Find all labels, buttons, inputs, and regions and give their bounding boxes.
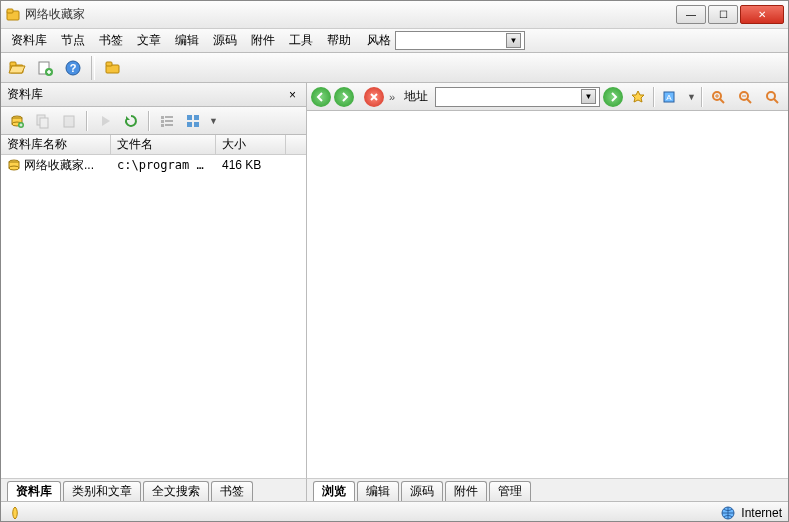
titlebar: 网络收藏家 — ☐ ✕ [1, 1, 788, 29]
tab-bookmark[interactable]: 书签 [211, 481, 253, 501]
window-title: 网络收藏家 [25, 6, 676, 23]
col-file[interactable]: 文件名 [111, 135, 216, 154]
database-table: 资料库名称 文件名 大小 网络收藏家... c:\program ... 416… [1, 135, 306, 478]
svg-rect-25 [187, 122, 192, 127]
svg-point-29 [9, 166, 19, 170]
left-toolbar: ▼ [1, 107, 306, 135]
browser-view[interactable] [307, 111, 788, 478]
tab-edit[interactable]: 编辑 [357, 481, 399, 501]
menu-article[interactable]: 文章 [131, 30, 167, 51]
svg-rect-9 [106, 62, 112, 66]
left-panel-header: 资料库 × [1, 83, 306, 107]
play-button[interactable] [93, 109, 117, 133]
svg-rect-19 [161, 124, 164, 127]
svg-rect-20 [165, 116, 173, 118]
menu-node[interactable]: 节点 [55, 30, 91, 51]
new-button[interactable] [33, 56, 57, 80]
database-icon [7, 158, 21, 172]
address-label: 地址 [400, 88, 432, 105]
table-row[interactable]: 网络收藏家... c:\program ... 416 KB [1, 155, 306, 175]
panel-close-button[interactable]: × [285, 88, 300, 102]
tab-attachment[interactable]: 附件 [445, 481, 487, 501]
toolbar-separator [653, 87, 655, 107]
chevron-down-icon[interactable]: ▼ [685, 92, 698, 102]
tab-fulltext[interactable]: 全文搜索 [143, 481, 209, 501]
menu-bookmark[interactable]: 书签 [93, 30, 129, 51]
forward-button[interactable] [334, 87, 354, 107]
row-size: 416 KB [216, 156, 286, 174]
row-file: c:\program ... [111, 156, 216, 174]
tab-manage[interactable]: 管理 [489, 481, 531, 501]
encoding-button[interactable]: A [658, 85, 682, 109]
stop-button[interactable] [364, 87, 384, 107]
zoom-in-button[interactable] [706, 85, 730, 109]
body: 资料库 × ▼ 资料库名称 文件名 大小 网络收藏家... [1, 83, 788, 478]
style-label: 风格 [367, 32, 391, 49]
svg-text:A: A [666, 93, 672, 102]
go-button[interactable] [603, 87, 623, 107]
address-bar: » 地址 ▼ A ▼ [307, 83, 788, 111]
menu-tools[interactable]: 工具 [283, 30, 319, 51]
help-button[interactable]: ? [61, 56, 85, 80]
folder-button[interactable] [101, 56, 125, 80]
menu-source[interactable]: 源码 [207, 30, 243, 51]
left-panel-title: 资料库 [7, 86, 285, 103]
tab-category[interactable]: 类别和文章 [63, 481, 141, 501]
chevron-down-icon: ▼ [506, 33, 521, 48]
paste-db-button[interactable] [57, 109, 81, 133]
app-icon [5, 7, 21, 23]
back-button[interactable] [311, 87, 331, 107]
svg-rect-3 [10, 62, 16, 66]
maximize-button[interactable]: ☐ [708, 5, 738, 24]
globe-icon [721, 506, 735, 520]
statusbar: Internet [1, 501, 788, 522]
toolbar-separator [701, 87, 703, 107]
toolbar-separator [148, 111, 150, 131]
address-input[interactable]: ▼ [435, 87, 600, 107]
menubar: 资料库 节点 书签 文章 编辑 源码 附件 工具 帮助 风格 ▼ [1, 29, 788, 53]
zoom-out-button[interactable] [733, 85, 757, 109]
close-button[interactable]: ✕ [740, 5, 784, 24]
list-view-button[interactable] [155, 109, 179, 133]
svg-rect-21 [165, 120, 173, 122]
left-panel: 资料库 × ▼ 资料库名称 文件名 大小 网络收藏家... [1, 83, 307, 478]
menu-attachment[interactable]: 附件 [245, 30, 281, 51]
add-db-button[interactable] [5, 109, 29, 133]
style-combo[interactable]: ▼ [395, 31, 525, 50]
chevron-down-icon[interactable]: ▼ [207, 116, 220, 126]
grid-view-button[interactable] [181, 109, 205, 133]
right-tabstrip: 浏览 编辑 源码 附件 管理 [307, 478, 788, 501]
minimize-button[interactable]: — [676, 5, 706, 24]
svg-rect-15 [40, 118, 48, 128]
menu-database[interactable]: 资料库 [5, 30, 53, 51]
expand-icon[interactable]: » [387, 91, 397, 103]
tab-source[interactable]: 源码 [401, 481, 443, 501]
chevron-down-icon: ▼ [581, 89, 596, 104]
svg-rect-23 [187, 115, 192, 120]
svg-rect-22 [165, 124, 173, 126]
col-name[interactable]: 资料库名称 [1, 135, 111, 154]
favorite-button[interactable] [626, 85, 650, 109]
status-left-icon [7, 505, 23, 521]
left-tabstrip: 资料库 类别和文章 全文搜索 书签 [1, 478, 307, 501]
open-folder-button[interactable] [5, 56, 29, 80]
svg-text:?: ? [70, 62, 77, 74]
svg-point-34 [767, 92, 775, 100]
bottom-tabs: 资料库 类别和文章 全文搜索 书签 浏览 编辑 源码 附件 管理 [1, 478, 788, 501]
status-right: Internet [721, 506, 782, 520]
row-name: 网络收藏家... [24, 157, 94, 174]
copy-db-button[interactable] [31, 109, 55, 133]
menu-help[interactable]: 帮助 [321, 30, 357, 51]
toolbar-separator [91, 56, 95, 80]
svg-rect-17 [161, 116, 164, 119]
zoom-reset-button[interactable] [760, 85, 784, 109]
col-size[interactable]: 大小 [216, 135, 286, 154]
menu-edit[interactable]: 编辑 [169, 30, 205, 51]
tab-browse[interactable]: 浏览 [313, 481, 355, 501]
toolbar-separator [86, 111, 88, 131]
window-buttons: — ☐ ✕ [676, 5, 784, 24]
tab-database[interactable]: 资料库 [7, 481, 61, 501]
table-header: 资料库名称 文件名 大小 [1, 135, 306, 155]
right-panel: » 地址 ▼ A ▼ [307, 83, 788, 478]
refresh-button[interactable] [119, 109, 143, 133]
